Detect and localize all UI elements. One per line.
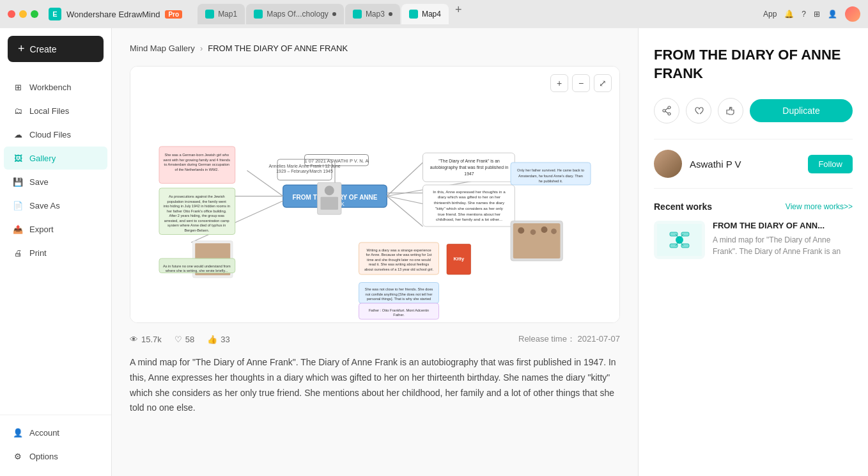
stats-bar: 👁 15.7k ♡ 58 👍 33 Release time： 2021-07-… [130,333,620,345]
views-stat: 👁 15.7k [130,335,162,344]
svg-rect-86 [681,244,689,248]
maximize-button[interactable] [31,10,38,18]
svg-text:time and she thought later no : time and she thought later no one would [367,258,431,262]
zoom-in-button[interactable]: + [550,74,568,92]
grid-icon[interactable]: ⊞ [814,10,820,19]
tab-icon [353,10,362,19]
svg-text:As prosecutions against the Je: As prosecutions against the Jewish [169,194,225,198]
work-description: A mind map for "The Diary of Anne Frank"… [713,234,853,257]
svg-text:Bergen-Belsen.: Bergen-Belsen. [184,228,209,232]
sidebar-item-save-as[interactable]: 📄 Save As [4,194,107,217]
save-icon: 💾 [13,177,23,187]
sidebar-item-save[interactable]: 💾 Save [4,170,107,193]
release-time: Release time： 2021-07-07 [518,333,620,345]
main-layout: + Create ⊞ Workbench 🗂 Local Files ☁ Clo… [0,28,868,476]
sidebar-item-local-files[interactable]: 🗂 Local Files [4,99,107,122]
zoom-out-button[interactable]: − [572,74,590,92]
svg-text:went with her growing family a: went with her growing family and 4 frien… [163,158,231,162]
sidebar-item-options[interactable]: ⚙ Options [4,445,107,468]
heart-button[interactable] [686,98,711,123]
recent-works-header: Recent works View more works>> [654,202,853,212]
close-button[interactable] [8,10,15,18]
traffic-lights [8,10,38,18]
tab-icon [409,10,418,19]
svg-point-60 [551,228,557,234]
sidebar-item-account[interactable]: 👤 Account [4,421,107,444]
action-buttons: Duplicate [654,98,853,123]
svg-point-76 [668,106,670,109]
svg-rect-83 [670,232,678,236]
svg-text:Kitty: Kitty [453,256,464,262]
content-area: Mind Map Gallery › FROM THE DIARY OF ANN… [112,28,638,476]
svg-text:Father : Otto Frankfurt. Mont : Father : Otto Frankfurt. Mont Adcentin [369,308,429,312]
mindmap-svg: FROM THE DIARY OF ANNE FRANK 1 07 2021 A… [130,67,619,322]
svg-point-77 [668,113,670,115]
svg-text:read it. She was writing about: read it. She was writing about feelings [369,262,430,266]
fullscreen-button[interactable]: ⤢ [594,74,612,92]
thumbs-up-icon [725,106,736,116]
map-description: A mind map for "The Diary of Anne Frank"… [130,355,620,416]
duplicate-button[interactable]: Duplicate [750,99,853,122]
likes-stat[interactable]: ♡ 58 [174,335,194,344]
author-name: Aswathi P V [690,159,800,170]
map-preview-image[interactable]: FROM THE DIARY OF ANNE FRANK 1 07 2021 A… [130,67,619,322]
sidebar-item-print[interactable]: 🖨 Print [4,241,107,264]
svg-text:into hiding in July 1942 in hi: into hiding in July 1942 in hidden rooms… [164,204,230,208]
svg-text:of the Netherlands in WW2.: of the Netherlands in WW2. [174,168,219,171]
work-card[interactable]: FROM THE DIARY OF ANN... A mind map for … [654,221,853,259]
svg-text:personal things]. That is why : personal things]. That is why she starte… [367,297,431,301]
svg-text:"The Diary of Anne Frank" is a: "The Diary of Anne Frank" is an [438,159,500,164]
cloud-icon: ☁ [13,129,23,139]
app-button[interactable]: App [763,10,777,19]
svg-text:autobiography that was first p: autobiography that was first published i… [430,165,509,170]
tab-map4[interactable]: Map4 [401,4,449,24]
svg-text:her father Otto Frank's office: her father Otto Frank's office building. [167,209,227,213]
svg-point-78 [663,109,665,112]
thumbs-up-button[interactable] [718,98,743,123]
create-button[interactable]: + Create [8,36,104,62]
tab-map3[interactable]: Map3 [345,4,400,24]
share-button[interactable] [654,98,679,123]
local-files-icon: 🗂 [13,106,23,116]
tab-bar: Map1 Maps Of...chology Map3 Map4 + [198,4,461,24]
tab-maps-of-chology[interactable]: Maps Of...chology [246,4,344,24]
notifications-icon[interactable]: 🔔 [784,10,794,19]
author-section: Aswathi P V Follow [654,139,853,189]
account-icon: 👤 [13,427,23,438]
breadcrumb-gallery-link[interactable]: Mind Map Gallery [130,44,195,53]
help-icon[interactable]: ? [802,10,806,19]
thumbs-count: 33 [221,335,229,344]
export-icon: 📤 [13,224,23,234]
add-tab-button[interactable]: + [455,4,462,24]
author-avatar [654,150,682,178]
thumbs-up-icon: 👍 [207,335,217,344]
user-icon[interactable]: 👤 [828,10,837,19]
svg-text:system where Anne died of typh: system where Anne died of typhus in [167,223,226,227]
sidebar-item-cloud-files[interactable]: ☁ Cloud Files [4,123,107,146]
svg-point-30 [325,186,334,195]
app-name: Wondershare EdrawMind [66,10,160,19]
svg-text:childhood, her family and a lo: childhood, her family and a lot other... [436,217,502,221]
user-avatar[interactable] [845,6,860,22]
svg-text:After 2 years hiding, the grou: After 2 years hiding, the group was [169,214,224,218]
unsaved-dot [332,12,336,16]
breadcrumb: Mind Map Gallery › FROM THE DIARY OF ANN… [130,44,620,53]
follow-button[interactable]: Follow [808,155,853,173]
sidebar-item-export[interactable]: 📤 Export [4,218,107,241]
svg-text:She was not close to her frien: She was not close to her friends. She do… [365,287,433,291]
tab-map1[interactable]: Map1 [198,4,245,24]
svg-point-82 [676,236,683,244]
svg-text:Father.: Father. [393,313,405,317]
svg-rect-84 [681,232,689,236]
sidebar-item-workbench[interactable]: ⊞ Workbench [4,75,107,99]
sidebar-nav: ⊞ Workbench 🗂 Local Files ☁ Cloud Files … [0,70,111,415]
app-icon: E [49,8,61,20]
minimize-button[interactable] [19,10,27,18]
author-avatar-img [654,150,682,178]
svg-text:As in future no one would unde: As in future no one would understand fro… [163,264,231,268]
options-icon: ⚙ [13,451,23,461]
sidebar-item-gallery[interactable]: 🖼 Gallery [4,147,107,170]
likes-count: 58 [185,335,194,344]
thumbs-stat[interactable]: 👍 33 [207,335,229,344]
view-more-link[interactable]: View more works>> [786,202,853,211]
